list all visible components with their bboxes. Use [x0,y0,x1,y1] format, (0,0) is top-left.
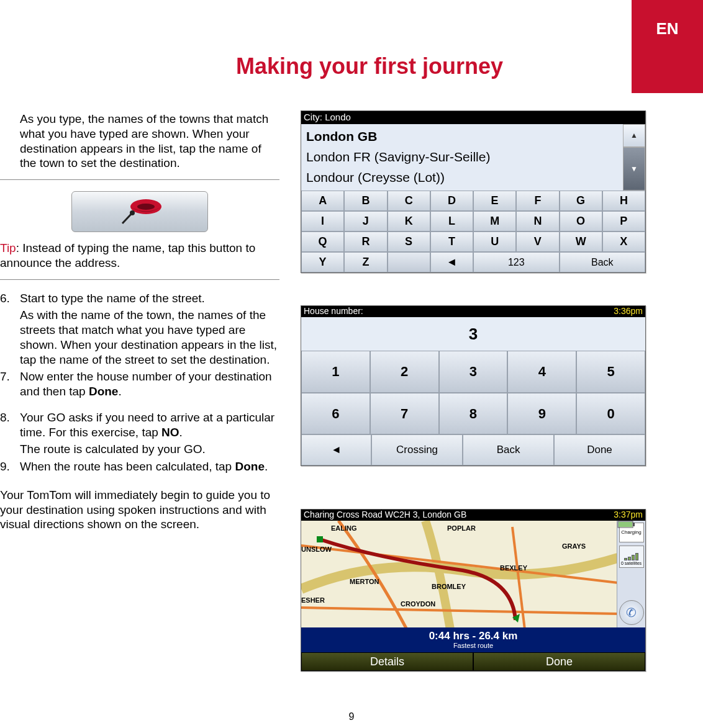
key-123[interactable]: 123 [473,252,560,272]
map-label-croydon: CROYDON [401,600,435,609]
city-result-item[interactable]: London GB [306,128,618,145]
key-p[interactable]: P [602,211,645,231]
done-button[interactable]: Done [473,652,645,671]
key-j[interactable]: J [344,211,387,231]
key-c[interactable]: C [388,191,430,211]
alpha-keyboard: A B C D E F G H I J K L M N O P Q R S T … [301,191,645,272]
step-7: 7. Now enter the house number of your de… [20,369,279,399]
steps-list: 6. Start to type the name of the street.… [0,291,279,474]
key-1[interactable]: 1 [301,351,370,393]
step-text: . [179,426,183,439]
key-q[interactable]: Q [301,231,344,252]
key-h[interactable]: H [602,191,645,211]
route-type: Fastest route [453,642,493,650]
key-s[interactable]: S [388,231,430,252]
key-o[interactable]: O [560,211,602,231]
key-3[interactable]: 3 [439,351,508,393]
key-2[interactable]: 2 [370,351,439,393]
route-info-bar: 0:44 hrs - 26.4 km Fastest route [301,627,645,652]
voice-input-button[interactable] [71,191,208,232]
scroll-down-button[interactable]: ▼ [623,147,645,191]
step-bold: Done [235,460,265,473]
key-4[interactable]: 4 [507,351,576,393]
step-bold: Done [89,385,119,398]
step-text: When the route has been calculated, tap [20,460,235,473]
key-m[interactable]: M [473,211,516,231]
key-8[interactable]: 8 [439,393,508,435]
tip-paragraph: Tip: Instead of typing the name, tap thi… [0,241,279,271]
key-5[interactable]: 5 [576,351,645,393]
signal-bars-icon [624,553,638,560]
key-i[interactable]: I [301,211,344,231]
map-area[interactable]: EALING POPLAR UNSLOW GRAYS MERTON BEXLEY… [301,521,645,627]
step-6: 6. Start to type the name of the street.… [20,291,279,367]
svg-point-3 [130,210,135,215]
city-result-item[interactable]: Londour (Creysse (Lot)) [306,169,618,186]
key-v[interactable]: V [516,231,559,252]
key-k[interactable]: K [388,211,430,231]
scroll-up-button[interactable]: ▲ [623,124,645,148]
key-back[interactable]: Back [560,252,646,272]
left-text-column: As you type, the names of the towns that… [0,112,279,532]
key-y[interactable]: Y [301,252,344,272]
back-arrow-button[interactable]: ◄ [301,434,371,465]
tip-label: Tip [0,241,16,254]
numeric-keypad: 1 2 3 4 5 6 7 8 9 0 [301,351,645,434]
svg-rect-8 [619,522,632,527]
satellites-label: 0 satellites [621,561,642,567]
map-label-esher: ESHER [301,596,325,605]
step-number: 7. [0,369,10,384]
key-blank [388,252,430,272]
key-backspace[interactable]: ◄ [430,252,473,272]
page-number: 9 [349,711,355,723]
page-title: Making your first journey [236,52,503,80]
details-button[interactable]: Details [301,652,473,671]
map-label-merton: MERTON [350,578,379,586]
house-number-label: House number: [304,306,363,317]
key-b[interactable]: B [344,191,387,211]
key-0[interactable]: 0 [576,393,645,435]
key-e[interactable]: E [473,191,516,211]
map-label-grays: GRAYS [562,542,586,551]
key-u[interactable]: U [473,231,516,252]
closing-paragraph: Your TomTom will immediately begin to gu… [0,488,279,532]
crossing-button[interactable]: Crossing [371,434,463,465]
key-n[interactable]: N [516,211,559,231]
key-f[interactable]: F [516,191,559,211]
map-roads-icon [301,521,618,627]
back-button[interactable]: Back [463,434,554,465]
satellite-indicator: 0 satellites [619,546,644,568]
key-w[interactable]: W [560,231,602,252]
route-time-distance: 0:44 hrs - 26.4 km [429,629,518,642]
key-t[interactable]: T [430,231,473,252]
done-button[interactable]: Done [554,434,645,465]
battery-icon [617,521,636,528]
step-bold: NO [161,426,179,439]
map-label-ealing: EALING [331,524,357,533]
house-number-display: 3 [301,317,645,351]
route-summary-screenshot: Charing Cross Road WC2H 3, London GB 3:3… [301,509,646,672]
house-number-screenshot: House number: 3:36pm 3 1 2 3 4 5 6 7 8 9… [301,305,646,466]
key-x[interactable]: X [602,231,645,252]
charging-indicator: Charging [619,523,644,542]
key-d[interactable]: D [430,191,473,211]
step-number: 8. [0,410,10,425]
phone-button[interactable]: ✆ [619,600,644,625]
svg-rect-5 [317,536,323,542]
step-number: 6. [0,291,10,306]
key-z[interactable]: Z [344,252,387,272]
key-7[interactable]: 7 [370,393,439,435]
key-r[interactable]: R [344,231,387,252]
clock-time: 3:36pm [614,306,643,317]
city-result-item[interactable]: London FR (Savigny-Sur-Seille) [306,149,618,165]
key-6[interactable]: 6 [301,393,370,435]
lips-microphone-icon [115,197,165,226]
key-g[interactable]: G [560,191,602,211]
charging-label: Charging [621,529,641,536]
key-9[interactable]: 9 [507,393,576,435]
key-l[interactable]: L [430,211,473,231]
step-text: As with the name of the town, the names … [20,308,279,367]
map-label-bromley: BROMLEY [432,583,466,591]
key-a[interactable]: A [301,191,344,211]
city-input-header[interactable]: City: Londo [301,111,645,124]
